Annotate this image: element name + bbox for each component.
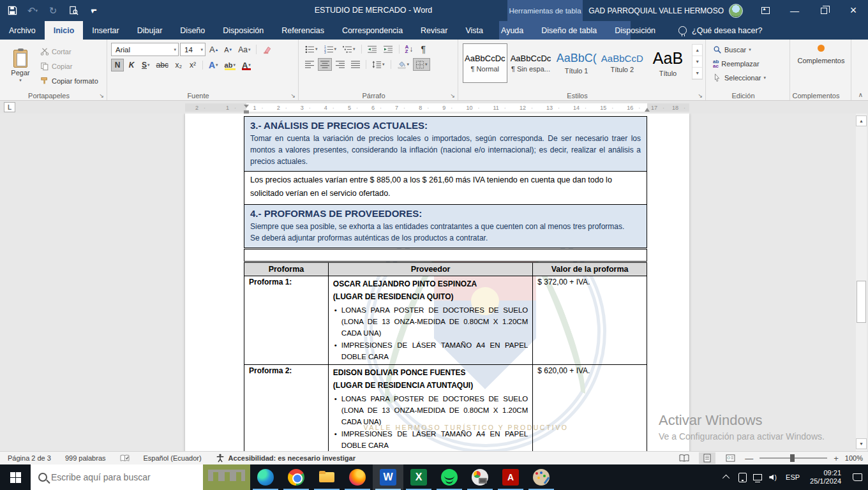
- tab-ayuda[interactable]: Ayuda: [492, 21, 532, 40]
- scroll-down-icon[interactable]: ▼: [856, 438, 867, 449]
- section3-box[interactable]: 3.- ANÁLISIS DE PRECIOS ACTUALES: Tomar …: [244, 116, 647, 172]
- tab-referencias[interactable]: Referencias: [273, 21, 333, 40]
- scrollbar-thumb[interactable]: [857, 281, 866, 323]
- select-button[interactable]: Seleccionar▾: [710, 71, 787, 84]
- align-left-button[interactable]: [303, 58, 317, 71]
- tab-archivo[interactable]: Archivo: [0, 21, 45, 40]
- document-page[interactable]: VALLE HERMOSO TURÍSTICO Y PRODUCTIVO 3.-…: [185, 114, 689, 451]
- restore-button[interactable]: [809, 0, 839, 21]
- tab-disposicion[interactable]: Disposición: [214, 21, 273, 40]
- tab-disposicion-tabla[interactable]: Disposición: [606, 21, 664, 40]
- tell-me-box[interactable]: ¿Qué desea hacer?: [670, 21, 772, 40]
- language-indicator[interactable]: Español (Ecuador): [144, 454, 202, 462]
- accessibility-status[interactable]: Accesibilidad: es necesario investigar: [216, 454, 355, 463]
- search-highlight-image[interactable]: [203, 464, 250, 490]
- increase-indent-button[interactable]: [381, 43, 396, 56]
- cut-button[interactable]: Cortar: [37, 45, 101, 58]
- table-row[interactable]: Proforma 1: OSCAR ALEJANDRO PINTO ESPINO…: [244, 276, 647, 365]
- volume-icon[interactable]: ): [765, 464, 781, 490]
- format-painter-button[interactable]: Copiar formato: [37, 75, 101, 87]
- find-button[interactable]: Buscar▾: [710, 43, 787, 56]
- search-input[interactable]: [51, 472, 198, 482]
- text-effects-button[interactable]: A▾: [206, 59, 221, 71]
- action-center-button[interactable]: [846, 464, 868, 490]
- tab-stop-selector[interactable]: L: [4, 102, 15, 112]
- vertical-scrollbar[interactable]: ▲ ▼: [856, 114, 867, 451]
- prices-note-box[interactable]: Los precios actuales varían entre $ 885,…: [244, 171, 647, 205]
- style-normal[interactable]: AaBbCcDc ¶ Normal: [463, 43, 507, 83]
- line-spacing-button[interactable]: ▾: [370, 58, 387, 71]
- tab-diseno[interactable]: Diseño: [171, 21, 214, 40]
- taskbar-acrobat[interactable]: A: [495, 464, 526, 490]
- styles-gallery-expand-icon[interactable]: ▼: [692, 68, 702, 79]
- tab-insertar[interactable]: Insertar: [83, 21, 128, 40]
- align-center-button[interactable]: [318, 58, 332, 71]
- taskbar-paint[interactable]: [526, 464, 557, 490]
- style-title[interactable]: AaB Título: [646, 43, 691, 83]
- minimize-button[interactable]: —: [780, 0, 809, 21]
- italic-button[interactable]: K: [125, 59, 138, 71]
- tab-diseno-de-tabla[interactable]: Diseño de tabla: [532, 21, 606, 40]
- table-row[interactable]: Proforma 2: EDISON BOLIVAR PONCE FUENTES…: [244, 365, 647, 452]
- taskbar-chrome[interactable]: [281, 464, 311, 490]
- taskbar-excel[interactable]: X: [403, 464, 434, 490]
- styles-dialog-launcher-icon[interactable]: ↘: [698, 93, 703, 99]
- decrease-indent-button[interactable]: [365, 43, 380, 56]
- multilevel-list-button[interactable]: ▾: [340, 43, 358, 56]
- indent-marker-right[interactable]: [645, 105, 650, 112]
- scroll-up-icon[interactable]: ▲: [856, 115, 867, 126]
- undo-icon[interactable]: ↶▾: [27, 5, 38, 17]
- empty-paragraph-row[interactable]: [244, 249, 647, 262]
- tab-correspondencia[interactable]: Correspondencia: [333, 21, 412, 40]
- tab-inicio[interactable]: Inicio: [45, 21, 84, 40]
- shrink-font-button[interactable]: A▾: [221, 43, 234, 56]
- section4-box[interactable]: 4.- PROFORMAS DE PROVEEDORES: Siempre qu…: [244, 204, 647, 248]
- zoom-in-button[interactable]: +: [834, 454, 839, 463]
- touch-keyboard-icon[interactable]: [735, 464, 750, 490]
- account-info[interactable]: GAD PARROQUIAL VALLE HERMOSO: [588, 0, 743, 21]
- styles-gallery-scroll[interactable]: ▲ ▼ ▼: [692, 44, 703, 80]
- numbering-button[interactable]: 123 ▾: [322, 43, 340, 56]
- taskbar-search[interactable]: [31, 464, 250, 490]
- clipboard-dialog-launcher-icon[interactable]: ↘: [99, 93, 104, 99]
- tray-chevron-icon[interactable]: [719, 464, 735, 490]
- start-button[interactable]: [0, 464, 31, 490]
- clock[interactable]: 09:21 25/1/2024: [805, 469, 846, 486]
- bullets-button[interactable]: ▾: [303, 43, 320, 56]
- subscript-button[interactable]: x₂: [172, 59, 185, 71]
- page-indicator[interactable]: Página 2 de 3: [8, 454, 51, 462]
- tab-revisar[interactable]: Revisar: [412, 21, 456, 40]
- taskbar-word[interactable]: W: [373, 464, 403, 490]
- style-heading2[interactable]: AaBbCcD Título 2: [600, 43, 645, 83]
- borders-button[interactable]: ▾: [413, 58, 430, 71]
- justify-button[interactable]: [348, 58, 363, 71]
- tab-vista[interactable]: Vista: [456, 21, 492, 40]
- style-heading1[interactable]: AaBbC( Título 1: [554, 43, 599, 83]
- copy-button[interactable]: Copiar: [37, 60, 101, 73]
- replace-button[interactable]: abac Reemplazar: [710, 57, 787, 70]
- proformas-table[interactable]: Proforma Proveedor Valor de la proforma …: [244, 262, 647, 451]
- sort-button[interactable]: AZ↓: [403, 43, 416, 56]
- addins-button[interactable]: Complementos: [798, 45, 845, 64]
- taskbar-spotify[interactable]: [434, 464, 465, 490]
- grow-font-button[interactable]: A▴: [207, 43, 220, 56]
- network-icon[interactable]: [750, 464, 765, 490]
- taskbar-file-explorer[interactable]: [311, 464, 342, 490]
- redo-icon[interactable]: ↻: [47, 5, 59, 17]
- zoom-slider[interactable]: [760, 457, 827, 459]
- shading-button[interactable]: ▾: [394, 58, 412, 71]
- collapse-ribbon-icon[interactable]: ∧: [858, 91, 863, 98]
- paragraph-dialog-launcher-icon[interactable]: ↘: [450, 93, 455, 99]
- taskbar-screen-recorder[interactable]: [465, 464, 495, 490]
- font-dialog-launcher-icon[interactable]: ↘: [290, 93, 296, 99]
- strikethrough-button[interactable]: abc: [154, 59, 171, 71]
- align-right-button[interactable]: [333, 58, 347, 71]
- ribbon-display-options-button[interactable]: [751, 0, 780, 21]
- customize-qat-icon[interactable]: ▬▾: [88, 5, 100, 17]
- taskbar-firefox[interactable]: [342, 464, 373, 490]
- taskbar-edge[interactable]: [250, 464, 281, 490]
- bold-button[interactable]: N: [111, 59, 124, 71]
- proofing-icon[interactable]: [120, 454, 130, 463]
- font-name-combo[interactable]: Arial▾: [111, 43, 179, 56]
- style-no-spacing[interactable]: AaBbCcDc ¶ Sin espa...: [509, 43, 553, 83]
